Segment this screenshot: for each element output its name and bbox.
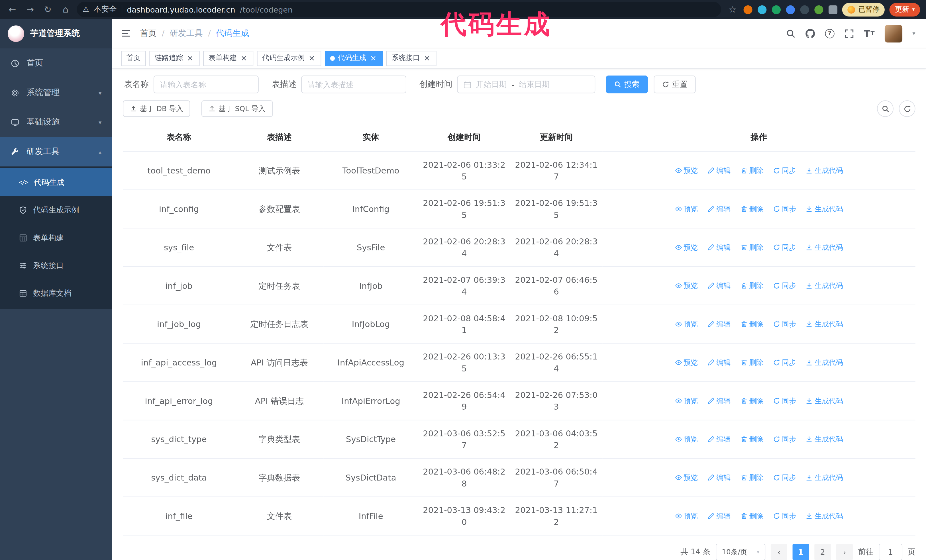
generate-code-link[interactable]: 生成代码 xyxy=(806,510,843,522)
update-button[interactable]: 更新 ▾ xyxy=(890,3,920,16)
edit-link[interactable]: 编辑 xyxy=(707,471,731,483)
preview-link[interactable]: 预览 xyxy=(675,356,698,368)
sync-link[interactable]: 同步 xyxy=(773,241,796,253)
tab-codegen-example[interactable]: 代码生成示例× xyxy=(257,50,321,66)
generate-code-link[interactable]: 生成代码 xyxy=(806,471,843,483)
table-name-input[interactable] xyxy=(154,75,259,93)
page-1-button[interactable]: 1 xyxy=(793,544,809,560)
sidebar-item-home[interactable]: 首页 xyxy=(0,48,112,78)
sync-link[interactable]: 同步 xyxy=(773,471,796,483)
address-bar[interactable]: ⚠ 不安全 dashboard.yudao.iocoder.cn/tool/co… xyxy=(77,2,721,17)
sidebar-item-code-generation[interactable]: </> 代码生成 xyxy=(0,168,112,196)
search-button[interactable]: 搜索 xyxy=(606,75,648,93)
generate-code-link[interactable]: 生成代码 xyxy=(806,433,843,445)
user-avatar[interactable] xyxy=(885,24,902,42)
page-2-button[interactable]: 2 xyxy=(814,544,831,560)
preview-link[interactable]: 预览 xyxy=(675,395,698,406)
table-desc-input[interactable] xyxy=(301,75,406,93)
close-icon[interactable]: × xyxy=(308,54,316,62)
edit-link[interactable]: 编辑 xyxy=(707,203,731,214)
sync-link[interactable]: 同步 xyxy=(773,203,796,214)
preview-link[interactable]: 预览 xyxy=(675,433,698,445)
caret-down-icon[interactable]: ▾ xyxy=(912,30,915,37)
edit-link[interactable]: 编辑 xyxy=(707,165,731,176)
delete-link[interactable]: 删除 xyxy=(740,279,763,291)
preview-link[interactable]: 预览 xyxy=(675,203,698,214)
sync-link[interactable]: 同步 xyxy=(773,510,796,522)
sync-link[interactable]: 同步 xyxy=(773,356,796,368)
bookmark-star-icon[interactable]: ☆ xyxy=(726,3,739,16)
menu-toggle-icon[interactable] xyxy=(112,19,140,48)
toggle-search-button[interactable] xyxy=(877,100,894,117)
generate-code-link[interactable]: 生成代码 xyxy=(806,203,843,214)
sidebar-item-system-api[interactable]: 系统接口 xyxy=(0,252,112,279)
sync-link[interactable]: 同步 xyxy=(773,318,796,329)
delete-link[interactable]: 删除 xyxy=(740,241,763,253)
delete-link[interactable]: 删除 xyxy=(740,471,763,483)
goto-page-input[interactable] xyxy=(879,544,902,560)
edit-link[interactable]: 编辑 xyxy=(707,433,731,445)
preview-link[interactable]: 预览 xyxy=(675,318,698,329)
sync-link[interactable]: 同步 xyxy=(773,433,796,445)
sidebar-item-codegen-example[interactable]: 代码生成示例 xyxy=(0,196,112,223)
sidebar-item-db-doc[interactable]: 数据库文档 xyxy=(0,279,112,307)
delete-link[interactable]: 删除 xyxy=(740,356,763,368)
extension-icon-4[interactable] xyxy=(787,5,795,14)
tab-tracing[interactable]: 链路追踪× xyxy=(149,50,200,66)
generate-code-link[interactable]: 生成代码 xyxy=(806,318,843,329)
paused-badge[interactable]: 已暂停 xyxy=(843,3,885,16)
tab-code-generation[interactable]: 代码生成× xyxy=(325,50,383,66)
close-icon[interactable]: × xyxy=(186,54,194,62)
preview-link[interactable]: 预览 xyxy=(675,165,698,176)
delete-link[interactable]: 删除 xyxy=(740,395,763,406)
browser-home-icon[interactable]: ⌂ xyxy=(59,3,72,16)
extension-icon-1[interactable] xyxy=(744,5,753,14)
sync-link[interactable]: 同步 xyxy=(773,279,796,291)
preview-link[interactable]: 预览 xyxy=(675,510,698,522)
sidebar-item-form-builder[interactable]: 表单构建 xyxy=(0,224,112,252)
edit-link[interactable]: 编辑 xyxy=(707,318,731,329)
sync-link[interactable]: 同步 xyxy=(773,395,796,406)
close-icon[interactable]: × xyxy=(369,54,377,62)
preview-link[interactable]: 预览 xyxy=(675,241,698,253)
generate-code-link[interactable]: 生成代码 xyxy=(806,165,843,176)
fullscreen-icon[interactable] xyxy=(844,29,854,38)
sidebar-item-infrastructure[interactable]: 基础设施 ▾ xyxy=(0,107,112,137)
create-time-range-picker[interactable]: 开始日期 - 结束日期 xyxy=(457,75,595,93)
breadcrumb-dev-tools[interactable]: 研发工具 xyxy=(170,28,203,38)
sidebar-item-system-management[interactable]: 系统管理 ▾ xyxy=(0,78,112,108)
preview-link[interactable]: 预览 xyxy=(675,471,698,483)
edit-link[interactable]: 编辑 xyxy=(707,510,731,522)
page-size-select[interactable]: 10条/页 ▾ xyxy=(716,544,765,560)
tab-form-builder[interactable]: 表单构建× xyxy=(203,50,253,66)
generate-code-link[interactable]: 生成代码 xyxy=(806,241,843,253)
delete-link[interactable]: 删除 xyxy=(740,433,763,445)
reset-button[interactable]: 重置 xyxy=(654,75,696,93)
extension-icon-5[interactable] xyxy=(800,5,809,14)
browser-reload-icon[interactable]: ↻ xyxy=(41,3,54,16)
edit-link[interactable]: 编辑 xyxy=(707,395,731,406)
app-logo[interactable]: 芋道管理系统 xyxy=(0,19,112,48)
generate-code-link[interactable]: 生成代码 xyxy=(806,279,843,291)
preview-link[interactable]: 预览 xyxy=(675,279,698,291)
tab-home[interactable]: 首页 xyxy=(121,50,146,66)
puzzle-extensions-icon[interactable] xyxy=(829,5,838,14)
browser-back-icon[interactable]: ← xyxy=(6,3,19,16)
font-size-icon[interactable]: TT xyxy=(864,28,875,38)
tab-system-api[interactable]: 系统接口× xyxy=(386,50,436,66)
delete-link[interactable]: 删除 xyxy=(740,203,763,214)
prev-page-button[interactable]: ‹ xyxy=(771,544,787,560)
generate-code-link[interactable]: 生成代码 xyxy=(806,395,843,406)
github-icon[interactable] xyxy=(805,29,815,38)
sidebar-item-dev-tools[interactable]: 研发工具 ▴ xyxy=(0,137,112,167)
import-sql-button[interactable]: 基于 SQL 导入 xyxy=(201,100,273,117)
browser-forward-icon[interactable]: → xyxy=(24,3,37,16)
sync-link[interactable]: 同步 xyxy=(773,165,796,176)
import-db-button[interactable]: 基于 DB 导入 xyxy=(123,100,190,117)
delete-link[interactable]: 删除 xyxy=(740,318,763,329)
extension-icon-2[interactable] xyxy=(758,5,767,14)
breadcrumb-home[interactable]: 首页 xyxy=(140,28,156,38)
edit-link[interactable]: 编辑 xyxy=(707,241,731,253)
help-icon[interactable]: ? xyxy=(825,29,834,38)
delete-link[interactable]: 删除 xyxy=(740,165,763,176)
